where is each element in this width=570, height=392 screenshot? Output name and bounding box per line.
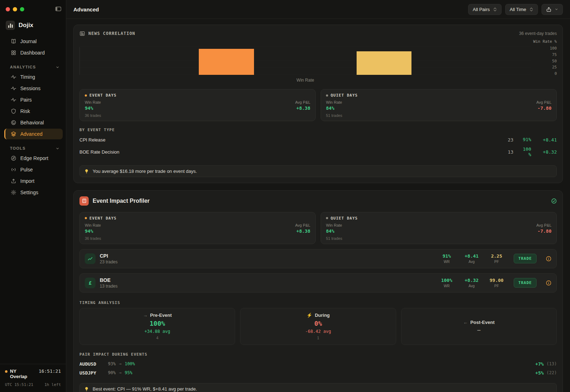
pf-label: PF [494,284,499,288]
timing-winrate: — [477,327,481,333]
pair-count: (22) [546,370,557,375]
minimize-window-button[interactable] [13,7,17,11]
timing-count: 4 [156,336,159,340]
stat-card-label: EVENT DAYS [89,216,116,221]
trades-count: 36 trades [85,236,101,241]
quiet-days-bar [357,51,412,75]
sidebar-item-risk[interactable]: Risk [4,106,63,117]
pairs-filter-select[interactable]: All Pairs [468,4,502,15]
event-row-cpi[interactable]: CPI 23 trades 91%WR +8.41Avg 2.25PF TRAD… [79,249,557,268]
app-logo-icon [6,21,15,30]
lightbulb-icon [84,386,89,392]
stat-card-label: QUIET DAYS [331,216,358,221]
sidebar-item-label: Sessions [20,86,41,91]
trade-button[interactable]: TRADE [514,254,537,263]
sidebar-item-edge-report[interactable]: Edge Report [4,153,63,164]
pf-label: PF [494,260,499,264]
pair-delta: +5% [535,370,544,376]
avg-label: Avg [468,260,475,264]
win-rate-label: Win Rate [326,223,342,227]
info-icon[interactable] [546,280,551,286]
chevron-down-icon [56,146,59,150]
calculator-icon [79,196,89,206]
avg-pnl-label: Avg P&L [536,100,551,104]
sidebar-section-tools[interactable]: TOOLS [0,140,66,153]
stat-card-label: QUIET DAYS [331,93,358,98]
timing-analysis-label: TIMING ANALYSIS [79,300,557,305]
session-remaining: 1h left [45,382,61,387]
sidebar-item-settings[interactable]: Settings [4,187,63,198]
layers-icon [11,131,16,137]
timing-winrate: 100% [150,320,165,327]
event-type-row[interactable]: BOE Rate Decision 13 100% +8.32 [79,145,557,160]
sidebar-item-label: Settings [20,190,38,195]
chevron-down-icon [555,7,558,11]
event-name: CPI [100,253,118,259]
wr-value: 91% [442,253,451,259]
sidebar-item-dashboard[interactable]: Dashboard [4,47,63,58]
chevron-down-icon [56,65,59,69]
info-icon[interactable] [546,256,551,262]
pairs-filter-value: All Pairs [473,7,490,12]
arrow-left-icon: ← [463,320,468,325]
trade-button[interactable]: TRADE [514,278,537,288]
sidebar-toggle-icon[interactable] [55,6,62,12]
avg-value: +8.32 [465,278,478,283]
event-days-summary-card: EVENT DAYS Win Rate 94% 36 trades Avg P&… [79,89,316,121]
win-rate-value: 94% [85,228,101,234]
event-name: BOE [100,277,118,283]
newspaper-icon [79,31,85,36]
sidebar-item-import[interactable]: Import [4,176,63,186]
share-button[interactable] [542,4,563,15]
win-rate-label: Win Rate [85,100,101,104]
win-rate-value: 84% [326,105,342,111]
pair-impact-label: PAIR IMPACT DURING EVENTS [79,352,557,357]
content: NEWS CORRELATION 36 event-day trades Win… [66,19,570,392]
app-logo-text: Dojix [19,22,33,29]
pair-impact-row: AUDUSD 93% → 100% +7% (13) [79,360,557,368]
pair-from: 90% [108,370,116,375]
sidebar-item-label: Dashboard [20,50,45,56]
zoom-window-button[interactable] [20,7,24,11]
sidebar-section-analytics[interactable]: ANALYTICS [0,58,66,71]
time-filter-select[interactable]: All Time [505,4,538,15]
trades-count: 51 trades [326,236,342,241]
insight-text: You average $16.18 more per trade on eve… [93,169,197,174]
book-icon [11,38,16,44]
sidebar-item-advanced[interactable]: Advanced [4,129,63,139]
sidebar-item-pairs[interactable]: Pairs [4,94,63,105]
during-box: ⚡During 0% -68.42 avg 1 [240,308,396,345]
arrow-right-icon: → [119,361,121,366]
avg-pnl-label: Avg P&L [295,100,310,104]
section-label: ANALYTICS [10,65,36,69]
sidebar-item-sessions[interactable]: Sessions [4,83,63,94]
brain-icon [11,120,16,125]
pair-name: AUDUSD [79,361,108,367]
event-days-bar [199,49,254,75]
trades-count: 36 trades [85,113,101,118]
by-event-type-label: BY EVENT TYPE [79,128,557,132]
compass-icon [11,155,16,161]
y-tick: 75 [552,52,557,57]
close-window-button[interactable] [6,7,10,11]
activity-icon [11,97,16,103]
pre-event-box: →Pre-Event 100% +34.88 avg 4 [79,308,235,345]
y-tick: 25 [552,65,557,69]
sidebar-item-timing[interactable]: Timing [4,72,63,82]
broadcast-icon [11,167,16,172]
sidebar-item-behavioral[interactable]: Behavioral [4,117,63,128]
session-status: NY Overlap 16:51:21 UTC 15:51:21 1h left [0,364,66,392]
avg-value: +8.41 [465,253,478,259]
sidebar-item-pulse[interactable]: Pulse [4,164,63,175]
x-axis-label: Win Rate [79,78,531,83]
event-type-row[interactable]: CPI Release 23 91% +8.41 [79,135,557,145]
quiet-days-summary-card: QUIET DAYS Win Rate 84% 51 trades Avg P&… [321,212,557,244]
event-row-boe[interactable]: £ BOE 13 trades 100%WR +8.32Avg 99.00PF … [79,273,557,293]
avg-pnl-value: +8.38 [295,105,310,111]
sidebar-item-journal[interactable]: Journal [4,36,63,47]
sidebar-item-label: Import [20,178,35,184]
timing-title: Post-Event [470,320,494,325]
timing-count: 1 [317,336,319,340]
share-icon [546,7,551,12]
gear-icon [11,190,16,195]
